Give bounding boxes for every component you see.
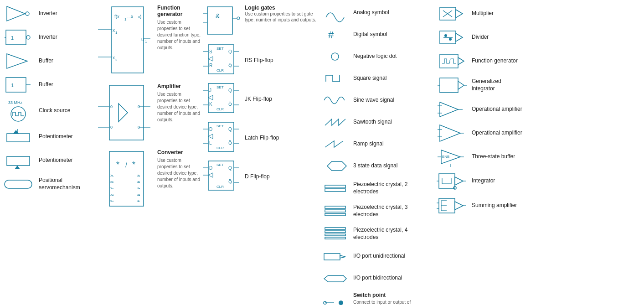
label-converter: Converter Use custom properties to set d… (157, 149, 203, 189)
svg-text:x₄: x₄ (110, 192, 113, 197)
item-three-state-buf: ENB Three-state buffer (435, 148, 531, 166)
symbol-integrator (435, 171, 467, 191)
symbol-rs-ff: S SET Q R CLR Q̄ (203, 43, 239, 77)
label-op-amp1: Operational amplifier (472, 106, 522, 113)
col-basic-components: Inverter 1 Inverter Buffer (2, 5, 98, 306)
symbol-op-amp1 (435, 101, 467, 118)
label-func-gen2: Function generator (472, 57, 518, 65)
svg-text:K: K (209, 102, 212, 107)
label-integrator: Integrator (472, 177, 495, 185)
svg-text:*: * (132, 160, 135, 169)
item-3state-sig: 3 state data signal (321, 158, 431, 174)
label-sine: Sine wave signal (353, 97, 394, 104)
label-amplifier: Amplifier Use custom properties to set d… (157, 83, 203, 123)
symbol-piezo4 (321, 227, 349, 241)
svg-rect-114 (325, 185, 345, 188)
item-pot1: Potentiometer (2, 128, 98, 146)
symbol-func-gen2 (435, 52, 467, 70)
symbol-multiplier (435, 5, 467, 22)
svg-text:ENB: ENB (442, 155, 449, 159)
svg-marker-125 (324, 275, 346, 282)
svg-marker-106 (208, 173, 213, 177)
item-square-sig: Square signal (321, 70, 431, 87)
col-signals: Analog symbol # Digital symbol Negative … (317, 5, 431, 306)
item-amplifier: 0 0 0 0 Amplifier Use custom properties … (98, 83, 203, 144)
symbol-op-amp2 (435, 124, 467, 142)
item-integrator: Integrator (435, 171, 531, 191)
svg-text:SET: SET (216, 85, 224, 89)
item-buffer2: 1 Buffer (2, 76, 98, 94)
label-positional: Positional servomechanism (39, 177, 80, 191)
svg-marker-132 (456, 10, 463, 18)
label-three-state-buf: Three-state buffer (472, 153, 515, 161)
symbol-inverter1 (2, 5, 34, 22)
svg-text:33 MHz: 33 MHz (8, 100, 23, 105)
svg-text:u₄: u₄ (137, 192, 140, 197)
item-op-amp2: Operational amplifier (435, 124, 531, 142)
svg-rect-121 (325, 234, 345, 236)
svg-rect-115 (325, 189, 345, 192)
label-buffer2: Buffer (39, 81, 53, 88)
svg-rect-15 (7, 156, 30, 166)
svg-text:1: 1 (124, 17, 127, 21)
svg-rect-12 (7, 134, 30, 142)
svg-text:#: # (328, 29, 334, 41)
item-sine-wave: Sine wave signal (321, 92, 431, 109)
svg-text:x: x (113, 28, 115, 33)
item-logic-gates: & Logic gates Use custom properties to s… (203, 5, 317, 38)
svg-text:1: 1 (11, 83, 14, 88)
symbol-sine (321, 94, 349, 107)
svg-marker-113 (327, 161, 346, 171)
label-latch-ff: Latch Flip-flop (245, 135, 279, 141)
label-square: Square signal (353, 75, 386, 82)
svg-marker-0 (7, 6, 25, 21)
svg-marker-144 (440, 102, 458, 117)
item-io-bi: I/O port bidirectional (321, 270, 431, 286)
svg-text:1: 1 (11, 35, 14, 41)
svg-rect-34 (109, 85, 144, 140)
svg-marker-95 (208, 134, 213, 139)
svg-marker-6 (7, 54, 27, 68)
label-pot1: Potentiometer (39, 133, 73, 140)
svg-text:...x: ...x (127, 14, 133, 19)
label-clock: Clock source (39, 107, 70, 114)
svg-text:u₂: u₂ (137, 180, 140, 184)
svg-rect-117 (325, 210, 345, 212)
svg-text:J: J (209, 88, 211, 93)
symbol-piezo2 (321, 182, 349, 195)
item-positional: Positional servomechanism (2, 175, 98, 193)
label-multiplier: Multiplier (472, 10, 494, 17)
item-sawtooth-sig: Sawtooth signal (321, 114, 431, 130)
svg-text:CLR: CLR (216, 107, 224, 111)
svg-rect-2 (6, 30, 26, 45)
svg-text:CLR: CLR (216, 146, 224, 150)
svg-text:Q: Q (228, 166, 232, 171)
svg-text:Q: Q (228, 88, 232, 93)
col-right-components: Multiplier Divider (431, 5, 531, 306)
svg-marker-139 (458, 57, 464, 65)
svg-rect-44 (109, 151, 144, 206)
svg-text:D: D (209, 166, 212, 171)
svg-rect-138 (440, 54, 458, 68)
symbol-gen-integrator (435, 76, 467, 95)
item-analog-sym: Analog symbol (321, 5, 431, 21)
symbol-io-uni (321, 250, 349, 263)
symbol-buffer2: 1 (2, 76, 34, 94)
main-container: Inverter 1 Inverter Buffer (0, 0, 644, 306)
label-inverter2: Inverter (39, 34, 57, 41)
symbol-switch-point (321, 292, 349, 306)
symbol-positional (2, 176, 34, 192)
item-io-uni: I/O port unidirectional (321, 248, 431, 265)
item-clock: 33 MHz Clock source (2, 99, 98, 122)
svg-text:CLR: CLR (216, 68, 224, 73)
svg-point-134 (444, 34, 447, 37)
symbol-func-gen: f(x 1 ...x n ) x 1 u 1 x 2 (98, 5, 153, 77)
svg-marker-141 (458, 81, 464, 89)
svg-point-112 (331, 53, 339, 60)
svg-text:S: S (209, 49, 212, 54)
label-pot2: Potentiometer (39, 157, 73, 164)
svg-text:D: D (209, 127, 212, 132)
svg-text:f(x: f(x (114, 14, 119, 19)
svg-rect-122 (325, 237, 345, 239)
svg-text:/: / (125, 161, 127, 169)
